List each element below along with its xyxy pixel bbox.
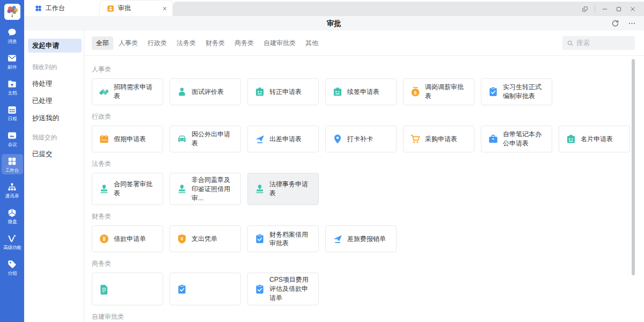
approval-badge-icon — [107, 5, 114, 12]
card-title: 支出凭单 — [192, 235, 217, 244]
approval-card[interactable]: 面试评价表 — [170, 78, 241, 105]
approval-card[interactable]: 合同签署审批表 — [92, 173, 163, 205]
stamp-icon — [177, 184, 187, 194]
nav-item-chat[interactable]: 消息 — [2, 25, 23, 46]
nav-item-workbench[interactable]: 工作台 — [2, 154, 23, 174]
nav-item-advanced[interactable]: 高级功能 — [2, 231, 23, 252]
chat-icon — [7, 27, 17, 38]
page-title: 审批 — [24, 19, 644, 28]
search-box[interactable] — [562, 36, 635, 50]
card-title: 采购申请表 — [425, 135, 457, 144]
nav-item-label: 微盘 — [8, 219, 17, 224]
nav-item-mail[interactable]: 邮件 — [2, 51, 23, 71]
card-title: 出差申请表 — [269, 135, 302, 144]
filter-chip[interactable]: 财务类 — [201, 36, 229, 50]
filter-chip[interactable]: 全部 — [92, 36, 113, 50]
filter-chip[interactable]: 行政类 — [143, 36, 171, 50]
schedule-icon — [7, 105, 17, 115]
approval-card[interactable]: 续签申请表 — [325, 78, 397, 105]
nav-item-docs[interactable]: 文档 — [2, 77, 23, 97]
approval-card[interactable]: 采购申请表 — [403, 126, 474, 152]
approval-card[interactable]: 实习生转正式编制审批表 — [481, 78, 552, 105]
nav-item-group[interactable]: 分组 — [2, 257, 23, 277]
id-clipboard-icon — [566, 134, 576, 144]
card-title: CPS项目费用评估及借款申请单 — [269, 275, 314, 302]
popout-icon[interactable] — [578, 3, 592, 15]
maximize-icon[interactable] — [612, 3, 626, 15]
card-title: 面试评价表 — [192, 87, 224, 97]
template-section: 商务类CPS项目费用评估及借款申请单 — [92, 259, 635, 305]
handshake-icon — [99, 86, 109, 97]
approval-card[interactable]: 因公外出申请表 — [170, 126, 241, 152]
nav-item-label: 通讯录 — [5, 193, 19, 199]
sidebar-item[interactable]: 已处理 — [32, 97, 84, 106]
advanced-icon — [7, 233, 17, 244]
more-icon[interactable] — [628, 19, 636, 27]
card-title: 因公外出申请表 — [192, 130, 236, 148]
approval-card[interactable]: ¥借款申请单 — [92, 225, 163, 252]
tab-workbench[interactable]: 工作台 — [24, 0, 99, 16]
approval-card[interactable]: CPS项目费用评估及借款申请单 — [247, 273, 319, 305]
group-icon — [7, 259, 17, 269]
coin-dollar-icon: $ — [410, 86, 421, 97]
card-title: 假期申请表 — [114, 135, 146, 144]
sidebar-item[interactable]: 已提交 — [32, 150, 84, 159]
approval-card[interactable] — [92, 273, 163, 305]
sidebar-item-initiate[interactable]: 发起申请 — [28, 39, 82, 53]
minimize-icon[interactable] — [598, 3, 612, 15]
search-input[interactable] — [576, 39, 631, 47]
approval-card[interactable]: 自带笔记本办公申请表 — [481, 126, 552, 152]
nav-item-drive[interactable]: 微盘 — [2, 206, 23, 226]
briefcase-icon — [488, 134, 499, 144]
vertical-scrollbar-thumb[interactable] — [632, 59, 635, 275]
approval-card[interactable]: 财务档案借用审批表 — [247, 225, 319, 252]
app-header: 审批 — [24, 16, 644, 31]
section-label: 法务类 — [92, 159, 635, 169]
approval-card[interactable]: 打卡补卡 — [325, 126, 397, 152]
nav-item-label: 会议 — [8, 142, 17, 147]
docs-icon — [7, 79, 17, 89]
app-window: 消息邮件文档日程会议工作台通讯录微盘高级功能分组 工作台 审批 × — [0, 0, 644, 322]
card-row: 假期申请表因公外出申请表出差申请表打卡补卡采购申请表自带笔记本办公申请表名片申请… — [92, 126, 635, 152]
tab-approval[interactable]: 审批 × — [99, 0, 173, 16]
nav-item-label: 工作台 — [5, 167, 19, 173]
approval-card[interactable]: 非合同盖章及印鉴证照借用审... — [170, 173, 241, 205]
nav-item-label: 消息 — [8, 39, 17, 44]
template-section: 自建审批类新建模板外审批 — [92, 312, 635, 322]
tab-close-icon[interactable]: × — [163, 5, 167, 12]
approval-card[interactable]: 法律事务申请表 — [247, 173, 319, 205]
approval-card[interactable] — [170, 273, 241, 305]
approval-card[interactable]: 假期申请表 — [92, 126, 163, 152]
clipboard-check-icon — [488, 86, 499, 97]
sidebar-item[interactable]: 抄送我的 — [32, 114, 84, 123]
approval-card[interactable]: $调岗调薪审批表 — [403, 78, 474, 105]
nav-item-schedule[interactable]: 日程 — [2, 103, 23, 123]
avatar[interactable] — [4, 4, 20, 20]
sidebar-group-label: 我收到的 — [32, 63, 84, 71]
filter-chip[interactable]: 其他 — [301, 36, 323, 50]
close-icon[interactable] — [626, 3, 640, 15]
section-label: 自建审批类 — [92, 312, 635, 321]
filter-chip[interactable]: 自建审批类 — [259, 36, 300, 50]
filter-chip[interactable]: 人事类 — [114, 36, 142, 50]
card-row: 招聘需求申请表面试评价表转正申请表续签申请表$调岗调薪审批表实习生转正式编制审批… — [92, 78, 635, 105]
approval-card[interactable]: 差旅费报销单 — [325, 225, 397, 252]
filter-chip[interactable]: 法务类 — [172, 36, 200, 50]
tab-approval-label: 审批 — [118, 4, 131, 13]
sidebar-item[interactable]: 待处理 — [32, 79, 84, 89]
workbench-icon — [7, 156, 17, 166]
approval-card[interactable]: 招聘需求申请表 — [92, 78, 163, 105]
approval-main: 全部人事类行政类法务类财务类商务类自建审批类其他 人事类招聘需求申请表面试评价表… — [84, 31, 644, 322]
approval-card[interactable]: 转正申请表 — [247, 78, 319, 105]
clipboard-check-icon — [177, 284, 187, 295]
nav-item-contacts[interactable]: 通讯录 — [2, 180, 23, 200]
approval-card[interactable]: 出差申请表 — [247, 126, 319, 152]
filter-chip[interactable]: 商务类 — [230, 36, 258, 50]
nav-item-meeting[interactable]: 会议 — [2, 128, 23, 149]
card-title: 合同签署审批表 — [114, 180, 158, 198]
approval-card[interactable]: ¥支出凭单 — [170, 225, 241, 252]
card-title: 名片申请表 — [581, 135, 613, 144]
refresh-icon[interactable] — [611, 19, 619, 27]
card-title: 转正申请表 — [269, 87, 302, 97]
approval-card[interactable]: 名片申请表 — [559, 126, 630, 152]
